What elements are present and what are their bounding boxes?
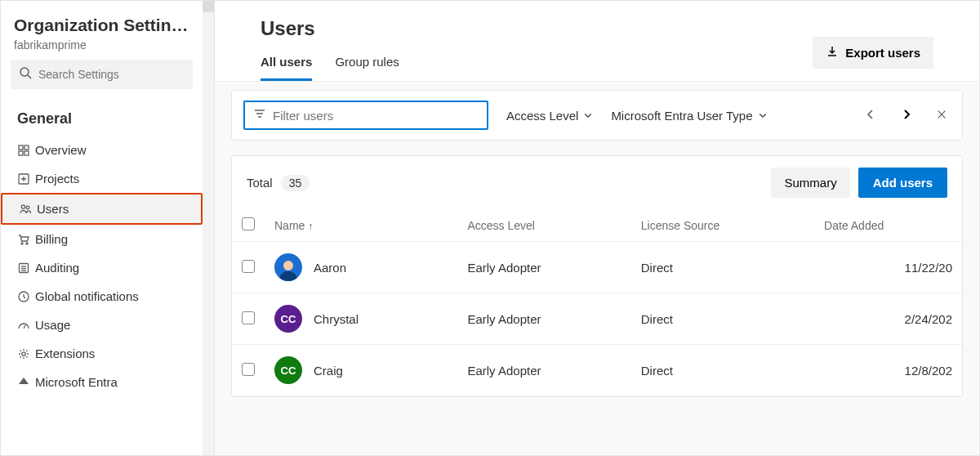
svg-rect-2 bbox=[19, 145, 23, 150]
sidebar-item-label: Usage bbox=[35, 318, 70, 332]
filters-bar: Access Level Microsoft Entra User Type bbox=[231, 90, 963, 141]
add-users-button[interactable]: Add users bbox=[858, 168, 947, 198]
entra-icon bbox=[17, 376, 35, 389]
sidebar-section-general: General bbox=[1, 99, 203, 136]
settings-search[interactable] bbox=[11, 60, 193, 89]
filter-icon bbox=[253, 107, 266, 123]
search-icon bbox=[19, 66, 32, 83]
page-title: Users bbox=[261, 17, 399, 40]
user-name: Craig bbox=[314, 364, 343, 378]
row-checkbox[interactable] bbox=[242, 363, 255, 376]
grid-icon bbox=[17, 144, 35, 157]
sidebar-item-users[interactable]: Users bbox=[1, 193, 203, 225]
svg-rect-3 bbox=[24, 145, 29, 150]
access-level-filter[interactable]: Access Level bbox=[506, 109, 593, 123]
settings-search-input[interactable] bbox=[38, 68, 185, 81]
chevron-down-icon bbox=[583, 110, 593, 120]
user-access-level: Early Adopter bbox=[457, 242, 630, 293]
entra-user-type-filter[interactable]: Microsoft Entra User Type bbox=[611, 109, 767, 123]
table-row[interactable]: AaronEarly AdopterDirect11/22/20 bbox=[232, 242, 962, 293]
table-row[interactable]: CCCraigEarly AdopterDirect12/8/202 bbox=[232, 345, 962, 396]
column-access-level[interactable]: Access Level bbox=[457, 209, 630, 242]
svg-point-7 bbox=[21, 204, 24, 208]
sidebar-item-label: Extensions bbox=[35, 346, 95, 360]
scrollbar-track[interactable] bbox=[203, 1, 214, 455]
cart-icon bbox=[17, 233, 35, 246]
svg-point-0 bbox=[20, 68, 29, 76]
svg-point-10 bbox=[26, 243, 28, 244]
org-settings-title: Organization Settin… bbox=[14, 16, 189, 35]
user-date-added: 12/8/202 bbox=[814, 345, 962, 396]
column-license-source[interactable]: License Source bbox=[631, 209, 814, 242]
close-filters-button[interactable] bbox=[933, 105, 951, 126]
user-license-source: Direct bbox=[631, 242, 814, 293]
user-date-added: 2/24/202 bbox=[814, 293, 962, 345]
user-access-level: Early Adopter bbox=[457, 293, 630, 345]
svg-rect-4 bbox=[19, 151, 23, 155]
avatar bbox=[274, 253, 302, 281]
sidebar-item-auditing[interactable]: Auditing bbox=[1, 253, 203, 282]
sidebar-item-label: Overview bbox=[35, 143, 87, 157]
user-license-source: Direct bbox=[631, 345, 814, 396]
sidebar-item-label: Users bbox=[37, 202, 69, 216]
sidebar-item-label: Billing bbox=[35, 232, 68, 246]
sidebar-item-microsoft-entra[interactable]: Microsoft Entra bbox=[1, 368, 203, 396]
sidebar-item-label: Projects bbox=[35, 172, 79, 186]
export-users-button[interactable]: Export users bbox=[813, 37, 933, 69]
download-icon bbox=[826, 45, 839, 60]
svg-point-8 bbox=[26, 206, 29, 209]
scroll-up-button[interactable] bbox=[203, 1, 214, 12]
avatar: CC bbox=[274, 356, 302, 384]
summary-button[interactable]: Summary bbox=[771, 168, 849, 198]
tab-all-users[interactable]: All users bbox=[261, 55, 312, 81]
prev-page-button[interactable] bbox=[861, 105, 880, 127]
filter-users-input[interactable] bbox=[273, 109, 479, 123]
clock-icon bbox=[17, 290, 35, 303]
tab-group-rules[interactable]: Group rules bbox=[335, 55, 399, 81]
meter-icon bbox=[17, 319, 35, 332]
avatar: CC bbox=[274, 305, 302, 333]
plus-box-icon bbox=[17, 172, 35, 186]
table-row[interactable]: CCChrystalEarly AdopterDirect2/24/202 bbox=[232, 293, 962, 345]
sidebar-item-projects[interactable]: Projects bbox=[1, 164, 203, 193]
chevron-down-icon bbox=[758, 110, 768, 120]
users-icon bbox=[19, 203, 37, 216]
org-name: fabrikamprime bbox=[14, 38, 189, 51]
sidebar-item-overview[interactable]: Overview bbox=[1, 136, 203, 164]
sidebar: Organization Settin… fabrikamprime Gener… bbox=[1, 1, 215, 455]
sidebar-item-billing[interactable]: Billing bbox=[1, 225, 203, 253]
export-users-label: Export users bbox=[845, 46, 920, 60]
svg-point-9 bbox=[21, 243, 23, 244]
sidebar-item-label: Global notifications bbox=[35, 289, 139, 303]
user-date-added: 11/22/20 bbox=[814, 242, 962, 293]
user-name: Aaron bbox=[314, 261, 346, 275]
users-card: Total 35 Summary Add users Name↑ Access … bbox=[231, 155, 963, 397]
gear-icon bbox=[17, 347, 35, 360]
sidebar-item-global-notifications[interactable]: Global notifications bbox=[1, 282, 203, 311]
user-license-source: Direct bbox=[631, 293, 814, 345]
row-checkbox[interactable] bbox=[242, 311, 255, 324]
total-label: Total bbox=[247, 176, 273, 190]
column-date-added[interactable]: Date Added bbox=[814, 209, 962, 242]
sidebar-item-usage[interactable]: Usage bbox=[1, 311, 203, 339]
row-checkbox[interactable] bbox=[242, 260, 255, 273]
svg-line-1 bbox=[28, 75, 31, 78]
users-table: Name↑ Access Level License Source Date A… bbox=[232, 209, 962, 396]
user-access-level: Early Adopter bbox=[457, 345, 630, 396]
sidebar-item-extensions[interactable]: Extensions bbox=[1, 339, 203, 368]
main: Users All usersGroup rules Export users bbox=[215, 1, 979, 455]
svg-rect-5 bbox=[24, 151, 29, 155]
filter-users-field[interactable] bbox=[243, 101, 488, 130]
column-name[interactable]: Name↑ bbox=[265, 209, 457, 242]
sidebar-item-label: Auditing bbox=[35, 261, 79, 275]
select-all-checkbox[interactable] bbox=[242, 217, 255, 230]
next-page-button[interactable] bbox=[897, 105, 916, 127]
user-name: Chrystal bbox=[314, 312, 359, 326]
sort-ascending-icon: ↑ bbox=[308, 220, 314, 232]
sidebar-item-label: Microsoft Entra bbox=[35, 375, 118, 389]
total-count-badge: 35 bbox=[281, 175, 310, 191]
svg-point-16 bbox=[22, 351, 25, 355]
list-icon bbox=[17, 262, 35, 275]
